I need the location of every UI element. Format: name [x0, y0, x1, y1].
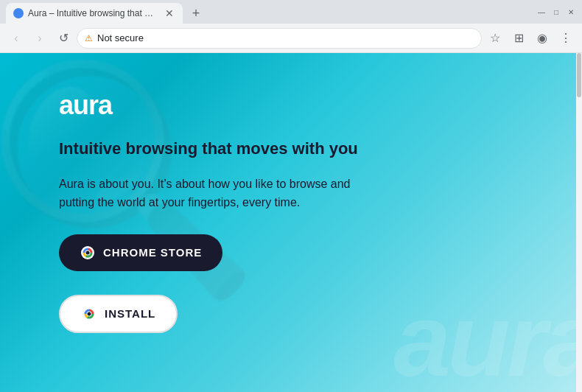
tab-strip: Aura – Intuitive browsing that m... ✕ +: [6, 0, 536, 24]
svg-point-3: [86, 251, 90, 254]
chrome-store-label: CHROME STORE: [103, 246, 202, 259]
tab-close-button[interactable]: ✕: [164, 7, 175, 19]
nav-right-buttons: ☆ ⊞ ◉ ⋮: [485, 28, 576, 49]
new-tab-button[interactable]: +: [186, 3, 206, 24]
maximize-button[interactable]: □: [551, 7, 561, 17]
forward-button[interactable]: ›: [29, 28, 50, 49]
nav-bar: ‹ › ↺ ⚠ Not secure ☆ ⊞ ◉ ⋮: [0, 24, 582, 53]
chrome-store-icon: [80, 245, 96, 261]
description: Aura is about you. It’s about how you li…: [59, 175, 368, 212]
install-label: INSTALL: [105, 307, 155, 320]
install-button[interactable]: INSTALL: [59, 295, 178, 333]
tab-title: Aura – Intuitive browsing that m...: [28, 8, 159, 18]
bookmark-button[interactable]: ☆: [485, 28, 505, 49]
content-inner: aura Intuitive browsing that moves with …: [0, 53, 501, 363]
reload-button[interactable]: ↺: [53, 28, 74, 49]
window-controls: — □ ✕: [536, 7, 576, 17]
page-content: 🔍 aura aura Intuitive browsing that move…: [0, 53, 582, 392]
tab-favicon: [13, 8, 24, 18]
svg-point-0: [15, 10, 22, 17]
address-text: Not secure: [97, 32, 474, 43]
extensions-button[interactable]: ⊞: [508, 28, 529, 49]
address-bar[interactable]: ⚠ Not secure: [77, 28, 482, 49]
scrollbar-thumb[interactable]: [577, 53, 581, 97]
buttons-column: CHROME STORE INSTALL: [59, 234, 457, 333]
scrollbar[interactable]: [576, 53, 582, 392]
svg-point-5: [88, 312, 91, 315]
minimize-button[interactable]: —: [536, 7, 547, 17]
chrome-store-button[interactable]: CHROME STORE: [59, 234, 222, 271]
active-tab[interactable]: Aura – Intuitive browsing that m... ✕: [6, 3, 183, 24]
security-icon: ⚠: [85, 33, 93, 43]
browser-frame: Aura – Intuitive browsing that m... ✕ + …: [0, 0, 582, 392]
install-chrome-icon: [81, 306, 97, 322]
headline: Intuitive browsing that moves with you: [59, 139, 457, 160]
back-button[interactable]: ‹: [6, 28, 27, 49]
menu-button[interactable]: ⋮: [555, 28, 576, 49]
close-button[interactable]: ✕: [566, 7, 576, 17]
profile-button[interactable]: ◉: [532, 28, 553, 49]
logo: aura: [59, 90, 457, 121]
title-bar: Aura – Intuitive browsing that m... ✕ + …: [0, 0, 582, 24]
